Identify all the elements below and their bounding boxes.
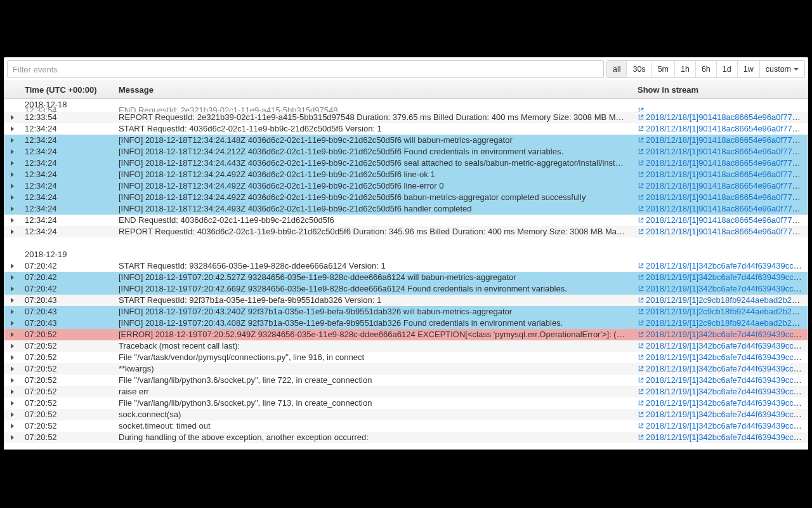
expand-toggle[interactable] <box>4 363 20 375</box>
expand-toggle[interactable] <box>4 420 20 432</box>
log-row[interactable]: 12:33:54REPORT RequestId: 2e321b39-02c1-… <box>4 112 808 123</box>
chevron-right-icon <box>11 298 14 303</box>
log-row[interactable]: 12:34:24[INFO] 2018-12-18T12:34:24.212Z … <box>4 146 808 157</box>
log-row[interactable]: 07:20:43START RequestId: 92f37b1a-035e-1… <box>4 295 808 306</box>
log-row[interactable]: 12:34:24END RequestId: 4036d6c2-02c1-11e… <box>4 215 808 226</box>
log-row[interactable]: 12:34:24[INFO] 2018-12-18T12:34:24.148Z … <box>4 135 808 146</box>
stream-link[interactable]: 2018/12/18/[1]901418ac86654e96a0f77a… <box>638 112 805 122</box>
expand-toggle[interactable] <box>4 386 20 398</box>
log-row[interactable]: 07:20:52During handling of the above exc… <box>4 432 808 443</box>
header-time[interactable]: Time (UTC +00:00) <box>20 81 114 98</box>
stream-link[interactable]: 2018/12/19/[1]342bc6afe7d44f639439cc9… <box>638 284 806 293</box>
log-row[interactable]: 07:20:52File "/var/task/vendor/pymysql/c… <box>4 352 808 363</box>
log-stream-cell: 2018/12/19/[1]342bc6afe7d44f639439cc9… <box>632 352 808 363</box>
stream-link[interactable]: 2018/12/19/[1]2c9cb18fb9244aebad2b2c… <box>638 295 804 305</box>
log-row[interactable]: 07:20:52Traceback (most recent call last… <box>4 340 808 352</box>
stream-link[interactable]: 2018/12/19/[1]342bc6afe7d44f639439cc9… <box>638 272 806 282</box>
filter-events-input[interactable] <box>7 60 604 78</box>
log-row[interactable]: 12:34:24[INFO] 2018-12-18T12:34:24.492Z … <box>4 192 808 203</box>
expand-toggle[interactable] <box>4 180 20 192</box>
stream-link[interactable]: 2018/12/18/[1]901418ac86654e96a0f77a… <box>638 215 805 225</box>
expand-toggle[interactable] <box>4 340 20 352</box>
stream-link[interactable]: 2018/12/18/[1]901418ac86654e96a0f77a… <box>638 181 805 190</box>
expand-toggle[interactable] <box>4 352 20 363</box>
range-1w-button[interactable]: 1w <box>738 61 760 77</box>
range-all-button[interactable]: all <box>607 61 627 77</box>
log-row[interactable]: 12:34:24START RequestId: 4036d6c2-02c1-1… <box>4 123 808 135</box>
stream-link[interactable]: 2018/12/19/[1]342bc6afe7d44f639439cc9… <box>638 352 806 362</box>
log-row[interactable]: 12:34:24[INFO] 2018-12-18T12:34:24.493Z … <box>4 203 808 215</box>
expand-toggle[interactable] <box>4 260 20 272</box>
log-row[interactable]: 07:20:52File "/var/lang/lib/python3.6/so… <box>4 398 808 409</box>
log-row[interactable]: 07:20:52[ERROR] 2018-12-19T07:20:52.949Z… <box>4 329 808 340</box>
stream-link[interactable]: 2018/12/19/[1]342bc6afe7d44f639439cc9… <box>638 398 806 408</box>
stream-link[interactable]: 2018/12/18/[1]901418ac86654e96a0f77a… <box>638 158 805 168</box>
expand-toggle[interactable] <box>4 329 20 340</box>
expand-toggle[interactable] <box>4 192 20 203</box>
range-6h-button[interactable]: 6h <box>696 61 717 77</box>
log-row[interactable]: 07:20:42[INFO] 2018-12-19T07:20:42.527Z … <box>4 272 808 283</box>
stream-link[interactable]: 2018/12/19/[1]2c9cb18fb9244aebad2b2c… <box>638 307 804 316</box>
expand-toggle[interactable] <box>4 272 20 283</box>
expand-toggle[interactable] <box>4 123 20 135</box>
expand-toggle[interactable] <box>4 409 20 420</box>
stream-link[interactable]: 2018/12/19/[1]342bc6afe7d44f639439cc9… <box>638 330 806 339</box>
stream-link[interactable]: 2018/12/18/[1]901418ac86654e96a0f77a… <box>638 147 805 156</box>
log-row[interactable]: 12:34:24REPORT RequestId: 4036d6c2-02c1-… <box>4 226 808 237</box>
header-message[interactable]: Message <box>114 81 632 98</box>
stream-link[interactable]: 2018/12/19/[1]342bc6afe7d44f639439cc9… <box>638 375 806 385</box>
log-row[interactable]: 07:20:42START RequestId: 93284656-035e-1… <box>4 260 808 272</box>
chevron-right-icon <box>11 435 14 440</box>
expand-toggle[interactable] <box>4 226 20 237</box>
expand-toggle[interactable] <box>4 146 20 157</box>
log-row[interactable]: 12:34:24[INFO] 2018-12-18T12:34:24.492Z … <box>4 169 808 180</box>
expand-toggle[interactable] <box>4 375 20 386</box>
expand-toggle[interactable] <box>4 318 20 329</box>
log-time: 12:34:24 <box>20 123 114 135</box>
expand-toggle[interactable] <box>4 135 20 146</box>
log-row[interactable]: 07:20:43[INFO] 2018-12-19T07:20:43.240Z … <box>4 306 808 318</box>
expand-toggle[interactable] <box>4 432 20 443</box>
external-link-icon <box>638 262 645 269</box>
range-1d-button[interactable]: 1d <box>717 61 738 77</box>
range-custom-button[interactable]: custom <box>760 61 804 77</box>
expand-toggle[interactable] <box>4 203 20 215</box>
stream-link[interactable]: 2018/12/19/[1]342bc6afe7d44f639439cc9… <box>638 364 806 373</box>
range-5m-button[interactable]: 5m <box>652 61 675 77</box>
log-row[interactable]: 07:20:52raise err2018/12/19/[1]342bc6afe… <box>4 386 808 398</box>
stream-link[interactable]: 2018/12/19/[1]2c9cb18fb9244aebad2b2c… <box>638 318 804 328</box>
expand-toggle[interactable] <box>4 398 20 409</box>
stream-link[interactable]: 2018/12/18/[1]901418ac86654e96a0f77a… <box>638 204 805 213</box>
log-row[interactable]: 07:20:52File "/var/lang/lib/python3.6/so… <box>4 375 808 386</box>
log-row[interactable]: 07:20:52sock.connect(sa)2018/12/19/[1]34… <box>4 409 808 420</box>
header-stream[interactable]: Show in stream <box>632 81 808 98</box>
external-link-icon <box>638 331 645 338</box>
stream-link[interactable]: 2018/12/18/[1]901418ac86654e96a0f77a… <box>638 192 805 202</box>
stream-link[interactable]: 2018/12/18/[1]901418ac86654e96a0f77a… <box>638 135 805 145</box>
log-row[interactable]: 07:20:52socket.timeout: timed out2018/12… <box>4 420 808 432</box>
expand-toggle[interactable] <box>4 215 20 226</box>
range-30s-button[interactable]: 30s <box>627 61 652 77</box>
log-message: [ERROR] 2018-12-19T07:20:52.949Z 9328465… <box>114 329 632 340</box>
expand-toggle[interactable] <box>4 306 20 318</box>
stream-link[interactable]: 2018/12/18/[1]901418ac86654e96a0f77a… <box>638 227 805 236</box>
stream-link[interactable]: 2018/12/19/[1]342bc6afe7d44f639439cc9… <box>638 432 806 442</box>
expand-toggle[interactable] <box>4 169 20 180</box>
log-row[interactable]: 12:34:24[INFO] 2018-12-18T12:34:24.443Z … <box>4 157 808 169</box>
expand-toggle[interactable] <box>4 283 20 295</box>
stream-link[interactable]: 2018/12/19/[1]342bc6afe7d44f639439cc9… <box>638 341 806 351</box>
stream-link[interactable]: 2018/12/19/[1]342bc6afe7d44f639439cc9… <box>638 421 806 431</box>
expand-toggle[interactable] <box>4 157 20 169</box>
stream-link[interactable]: 2018/12/18/[1]901418ac86654e96a0f77a… <box>638 170 805 179</box>
log-row[interactable]: 07:20:52**kwargs)2018/12/19/[1]342bc6afe… <box>4 363 808 375</box>
expand-toggle[interactable] <box>4 295 20 306</box>
stream-link[interactable]: 2018/12/19/[1]342bc6afe7d44f639439cc9… <box>638 410 806 419</box>
stream-link[interactable]: 2018/12/19/[1]342bc6afe7d44f639439cc9… <box>638 387 806 396</box>
expand-toggle[interactable] <box>4 112 20 123</box>
log-row[interactable]: 12:34:24[INFO] 2018-12-18T12:34:24.492Z … <box>4 180 808 192</box>
range-1h-button[interactable]: 1h <box>675 61 696 77</box>
log-row[interactable]: 07:20:42[INFO] 2018-12-19T07:20:42.669Z … <box>4 283 808 295</box>
log-row[interactable]: 07:20:43[INFO] 2018-12-19T07:20:43.408Z … <box>4 318 808 329</box>
stream-link[interactable]: 2018/12/19/[1]342bc6afe7d44f639439cc9… <box>638 261 806 271</box>
stream-link[interactable]: 2018/12/18/[1]901418ac86654e96a0f77a… <box>638 124 805 133</box>
